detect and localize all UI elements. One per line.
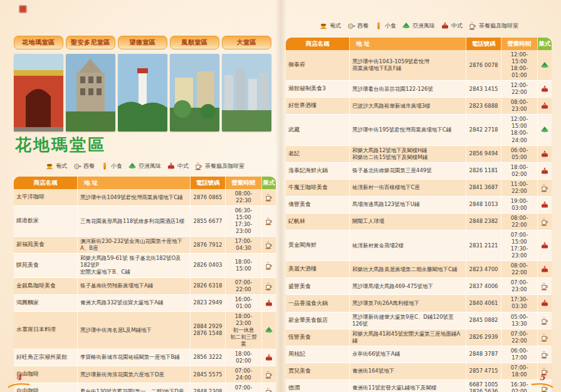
legend-item-flan: 葡式 <box>45 162 67 170</box>
phone-cell: 2826 6318 <box>191 278 226 294</box>
hours-cell: 19:00-03:00 <box>501 197 538 213</box>
shop-name-cell: 牛魔王咖啡美食 <box>286 180 350 196</box>
shop-name-cell: 鴻圓麵家 <box>14 295 78 311</box>
table-row: 饌苑美食和樂大馬路59-61號 筷子基北街182號O及182號P宏開大廈地下B、… <box>14 254 276 277</box>
shop-name-cell: 好世界酒樓 <box>286 98 350 114</box>
legend-label: 葡式 <box>56 162 67 170</box>
western-icon <box>73 162 81 170</box>
photo-ruins-st-paul <box>66 54 115 132</box>
coffee-icon <box>540 183 549 192</box>
coffee-icon <box>540 316 549 325</box>
swoosh-icon <box>8 382 30 388</box>
phone-cell: 2876 7912 <box>191 237 226 253</box>
cuisine-cell <box>262 278 276 294</box>
hours-cell: 07:00-22:00 <box>226 278 262 294</box>
chinese-icon <box>540 167 549 175</box>
address-cell: 筷子基北街維樂花園第三座449號 <box>350 163 466 179</box>
phone-cell: 2823 2949 <box>191 295 226 311</box>
shop-name-cell: 好旺角正宗潮州菜館 <box>14 349 78 366</box>
header-shop-name: 商店名稱 <box>14 177 78 189</box>
chinese-icon <box>167 162 176 170</box>
chinese-icon <box>540 150 549 158</box>
legend-item-asian: 亞洲風味 <box>128 162 161 170</box>
cuisine-cell <box>538 230 552 260</box>
address-cell: 和樂坊大馬路美居廣場第二期永勝閣地下C鋪 <box>350 261 466 277</box>
page-number-text: 4 <box>16 373 21 382</box>
page-number-left: 4 <box>8 373 30 388</box>
phone-cell: 2823 6888 <box>466 98 501 114</box>
coffee-icon <box>540 333 549 342</box>
table-row: 鴻圓麵家青洲大馬路332號信寶大廈地下A鋪2823 294916:00-01:0… <box>14 295 276 312</box>
table-row: 好旺角正宗潮州菜館李寶椿街新城市花園祐福閣第一座地下B鋪2856 322218:… <box>14 349 276 366</box>
address-cell: 筷子基南街勞翔新廣場地下A鋪 <box>78 278 191 294</box>
address-cell: 和樂大馬路59-61號 筷子基北街182號O及182號P宏開大廈地下B、C鋪 <box>78 254 191 277</box>
tab-fatima-district[interactable]: 花地瑪堂區 <box>14 36 63 49</box>
coffee-icon <box>540 350 549 359</box>
coffee-icon <box>265 370 273 379</box>
table-row: 美麗大酒樓和樂坊大馬路美居廣場第二期永勝閣地下C鋪2823 470008:00-… <box>286 261 552 278</box>
shop-name-cell: 淮泰記海鮮火鍋 <box>286 163 350 179</box>
address-cell: 永寧街66號地下A鋪 <box>350 346 466 363</box>
phone-cell: 2856 9494 <box>466 146 501 162</box>
photo-cathedral-cityscape <box>222 54 271 132</box>
hours-cell: 08:00-22:00 <box>501 261 538 277</box>
phone-cell: 2876 0078 <box>466 50 501 80</box>
hours-cell: 07:00-23:00 <box>501 278 538 294</box>
table-row: 僑豐美食馬場海邊馬路123號地下U鋪2848 101319:00-03:00 <box>286 197 552 214</box>
legend-label: 小食 <box>385 22 396 30</box>
address-cell: 黑沙環中街海名居L及M鋪地下 <box>78 312 191 349</box>
cuisine-cell <box>262 237 276 253</box>
photo-guia-lighthouse <box>118 54 167 132</box>
phone-cell: 2826 2939 <box>466 329 501 346</box>
shop-name-cell: 水寨屋日本料理 <box>14 312 78 349</box>
address-cell: 馬場海邊馬路123號地下U鋪 <box>350 197 466 213</box>
phone-cell: 2842 2718 <box>466 115 501 145</box>
phone-cell: 2826 0403 <box>191 254 226 277</box>
chinese-icon <box>540 200 549 209</box>
table-row: 御泰府黑沙環中街1043-1059號君悅灣商業廣場地下E及F鋪2876 0078… <box>286 50 552 81</box>
hours-cell: 08:00-22:30 <box>226 189 262 205</box>
asian-icon <box>540 125 549 134</box>
chinese-icon <box>540 299 549 307</box>
asian-icon <box>540 61 549 70</box>
tab-st-lawrence-district[interactable]: 風順堂區 <box>170 36 219 49</box>
hours-cell: 18:00-02:00 <box>501 163 538 179</box>
tab-st-anthony-district[interactable]: 聖安多尼堂區 <box>66 36 115 49</box>
page-right: 葡式西餐小食亞洲風味中式茶餐廳及咖啡室 商店名稱 地 址 電話號碼 營業時間 菜… <box>281 0 561 392</box>
phone-cell: 2848 2308 <box>191 383 226 392</box>
address-cell: 青洲大馬路332號信寶大廈地下A鋪 <box>78 295 191 311</box>
address-cell: 澳河新街230-232號金海山花園第十座地下A、B座 <box>78 237 191 253</box>
shop-name-cell: 僑豐美食 <box>286 197 350 213</box>
header-hours: 營業時間 <box>226 177 262 189</box>
table-body: 太平洋咖啡黑沙環中街1049號君悅灣商業廣場地下C鋪2876 086508:00… <box>14 189 276 392</box>
hours-cell: 18:00-02:00 <box>226 349 262 366</box>
legend-item-asian: 亞洲風味 <box>402 21 435 30</box>
shop-name-cell: 武藏 <box>286 115 350 145</box>
phone-cell: 2837 4006 <box>466 278 501 294</box>
address-cell: 黑沙環第7街26A萬利樓地下 <box>350 295 466 311</box>
chinese-icon <box>540 241 549 250</box>
chinese-icon <box>265 299 273 307</box>
tab-cathedral-district[interactable]: 大堂區 <box>222 36 271 49</box>
cuisine-cell <box>538 261 552 277</box>
western-icon <box>347 21 355 30</box>
phone-cell: 2843 1415 <box>466 81 501 97</box>
phone-cell: 2876 0865 <box>191 189 226 205</box>
header-address: 地 址 <box>350 38 466 50</box>
photo-st-lawrence-view <box>170 54 219 132</box>
address-cell: 青洲街164號地下 <box>350 363 466 379</box>
shop-name-cell: 盛豐美食 <box>286 278 350 294</box>
address-cell: 黑沙環中街1049號君悅灣商業廣場地下C鋪 <box>78 189 191 205</box>
phone-cell: 2823 4700 <box>466 261 501 277</box>
legend-item-snack: 小食 <box>374 21 396 30</box>
phone-cell: 6687 10052826 5636 <box>466 380 501 392</box>
legend-label: 中式 <box>177 162 189 170</box>
cuisine-cell <box>538 197 552 213</box>
page-left: 花地瑪堂區 聖安多尼堂區 望德堂區 風順堂區 大堂區 <box>0 0 280 392</box>
table-row: 好世界酒樓巴波沙大馬路裕華新城市廣場3樓2823 688808:00-23:00 <box>286 98 552 115</box>
shop-name-cell: 維港飲家 <box>14 206 78 236</box>
tab-st-lazarus-district[interactable]: 望德堂區 <box>118 36 167 49</box>
cuisine-cell <box>262 349 276 366</box>
cuisine-cell <box>538 98 552 114</box>
shop-name-cell: 黃金閣海鮮 <box>286 230 350 260</box>
